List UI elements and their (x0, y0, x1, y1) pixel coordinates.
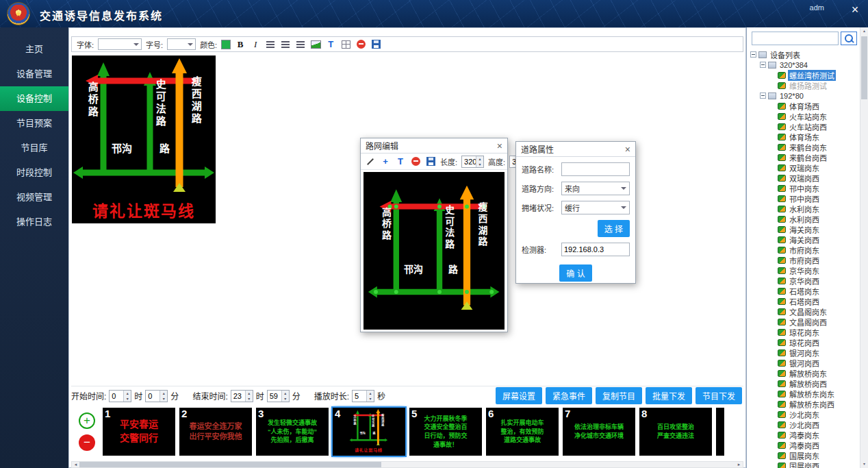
device-group-192*80[interactable]: 192*80 (747, 90, 860, 101)
scrollbar-track[interactable] (79, 462, 735, 467)
playlist-item-partial[interactable] (716, 408, 724, 456)
device-item-解放桥岗西[interactable]: 解放桥岗西 (747, 378, 860, 389)
close-icon[interactable]: × (847, 3, 863, 17)
device-item-琼花岗西[interactable]: 琼花岗西 (747, 337, 860, 347)
select-detector-button[interactable]: 选 择 (598, 220, 630, 237)
collapse-icon[interactable] (750, 51, 756, 58)
duration-spinner[interactable]: ▴▾ (352, 390, 374, 402)
device-item-海关岗西[interactable]: 海关岗西 (747, 234, 860, 245)
start-minute-input[interactable] (146, 391, 159, 402)
end-minute-input[interactable] (268, 391, 281, 402)
italic-button[interactable]: I (250, 38, 261, 50)
search-icon[interactable] (841, 32, 857, 45)
action-紧急事件[interactable]: 紧急事件 (546, 387, 592, 404)
playlist-item-1[interactable]: 平安春运交警同行1 (103, 408, 175, 456)
detector-input[interactable] (561, 243, 630, 256)
device-item-京华岗西[interactable]: 京华岗西 (747, 275, 860, 286)
device-item-沙北岗西[interactable]: 沙北岗西 (747, 419, 860, 430)
close-icon[interactable]: × (497, 140, 502, 151)
action-屏幕设置[interactable]: 屏幕设置 (496, 387, 542, 404)
spin-up-icon[interactable]: ▴ (124, 391, 131, 396)
add-frame-button[interactable]: + (79, 412, 95, 429)
scrollbar-thumb[interactable] (861, 36, 867, 99)
device-item-文昌阁岗东[interactable]: 文昌阁岗东 (747, 306, 860, 317)
device-item-螺丝湾桥测试[interactable]: 螺丝湾桥测试 (747, 70, 860, 80)
end-hour-input[interactable] (231, 391, 245, 402)
sidebar-item-主页[interactable]: 主页 (0, 37, 68, 62)
collapse-icon[interactable] (760, 62, 766, 68)
font-family-select[interactable] (98, 38, 142, 50)
device-item-水利岗西[interactable]: 水利岗西 (747, 214, 860, 224)
playlist-item-3[interactable]: 发生轻微交通事故“人未伤，车能动”先拍照，后撤离3 (256, 408, 329, 456)
device-item-双瑞岗东[interactable]: 双瑞岗东 (747, 162, 860, 173)
spin-down-icon[interactable]: ▾ (282, 396, 289, 402)
confirm-button[interactable]: 确 认 (559, 264, 591, 282)
grid-button[interactable] (340, 38, 351, 50)
props-titlebar[interactable]: 道路属性 × (516, 142, 635, 157)
sidebar-item-节目库[interactable]: 节目库 (0, 136, 68, 160)
spin-down-icon[interactable]: ▾ (124, 396, 131, 402)
device-item-市府岗东[interactable]: 市府岗东 (747, 245, 860, 255)
spin-up-icon[interactable]: ▴ (246, 391, 253, 396)
line-tool[interactable] (365, 156, 376, 167)
spin-down-icon[interactable]: ▾ (246, 396, 253, 402)
scroll-up-icon[interactable]: ▴ (860, 27, 868, 35)
save-tool[interactable] (425, 156, 436, 167)
sidebar-item-操作日志[interactable]: 操作日志 (0, 210, 68, 234)
device-group-320*384[interactable]: 320*384 (747, 60, 860, 70)
device-item-解放桥东岗东[interactable]: 解放桥东岗东 (747, 389, 860, 399)
length-input[interactable] (462, 156, 476, 167)
roadnet-canvas[interactable]: 高桥路 史可法路 瘦西湖路 邗沟 路 (363, 172, 505, 330)
scrollbar-thumb[interactable] (79, 462, 381, 467)
font-size-select[interactable] (167, 38, 196, 50)
device-item-京华岗东[interactable]: 京华岗东 (747, 265, 860, 275)
start-hour-input[interactable] (110, 391, 123, 402)
sidebar-item-视频管理[interactable]: 视频管理 (0, 185, 68, 210)
close-icon[interactable]: × (625, 144, 630, 155)
device-item-银河岗东[interactable]: 银河岗东 (747, 347, 860, 358)
length-spinner[interactable]: ▴▾ (461, 156, 484, 168)
vertical-scrollbar[interactable]: ▴ ▾ (860, 27, 868, 468)
device-item-石塔岗西[interactable]: 石塔岗西 (747, 296, 860, 306)
end-hour-spinner[interactable]: ▴▾ (231, 390, 253, 402)
end-minute-spinner[interactable]: ▴▾ (267, 390, 290, 402)
device-item-石塔岗东[interactable]: 石塔岗东 (747, 286, 860, 296)
congestion-select[interactable]: 缓行 (561, 201, 630, 214)
device-item-维扬路测试[interactable]: 维扬路测试 (747, 80, 860, 90)
device-item-体育场西[interactable]: 体育场西 (747, 101, 860, 111)
spin-up-icon[interactable]: ▴ (282, 391, 289, 396)
align-left-button[interactable] (265, 38, 276, 50)
save-button[interactable] (370, 38, 381, 50)
tree-root[interactable]: 设备列表 (747, 49, 860, 60)
action-批量下发[interactable]: 批量下发 (646, 387, 692, 404)
scroll-left-icon[interactable]: ◂ (72, 462, 79, 467)
device-item-来鹤台岗东[interactable]: 来鹤台岗东 (747, 142, 860, 152)
device-item-市府岗西[interactable]: 市府岗西 (747, 255, 860, 265)
spin-up-icon[interactable]: ▴ (160, 391, 167, 396)
action-节目下发[interactable]: 节目下发 (695, 387, 742, 404)
device-item-国展岗西[interactable]: 国展岗西 (747, 460, 860, 468)
horizontal-scrollbar[interactable]: ◂ ▸ (71, 461, 743, 468)
device-item-火车站岗西[interactable]: 火车站岗西 (747, 121, 860, 132)
device-item-鸿泰岗西[interactable]: 鸿泰岗西 (747, 440, 860, 450)
device-item-火车站岗东[interactable]: 火车站岗东 (747, 111, 860, 121)
playlist-item-7[interactable]: 依法治理非标车辆净化城市交通环境7 (563, 408, 635, 456)
device-item-银河岗西[interactable]: 银河岗西 (747, 358, 860, 368)
device-item-邗中岗西[interactable]: 邗中岗西 (747, 193, 860, 204)
start-minute-spinner[interactable]: ▴▾ (145, 390, 168, 402)
text-tool[interactable]: T (395, 156, 406, 167)
delete-button[interactable] (355, 38, 366, 50)
username[interactable]: adm (810, 3, 824, 12)
add-node-tool[interactable]: + (380, 156, 391, 167)
spin-up-icon[interactable]: ▴ (367, 391, 374, 396)
device-item-文昌阁岗西[interactable]: 文昌阁岗西 (747, 317, 860, 327)
device-item-琼花岗东[interactable]: 琼花岗东 (747, 327, 860, 337)
sidebar-item-设备管理[interactable]: 设备管理 (0, 62, 68, 86)
spin-down-icon[interactable]: ▾ (367, 396, 374, 402)
remove-frame-button[interactable]: − (79, 434, 95, 451)
align-center-button[interactable] (280, 38, 291, 50)
device-item-双瑞岗西[interactable]: 双瑞岗西 (747, 173, 860, 183)
action-复制节目[interactable]: 复制节目 (596, 387, 642, 404)
playlist-item-6[interactable]: 扎实开展电动车整治，有效预防道路交通事故6 (486, 408, 559, 456)
bold-button[interactable]: B (235, 38, 246, 50)
